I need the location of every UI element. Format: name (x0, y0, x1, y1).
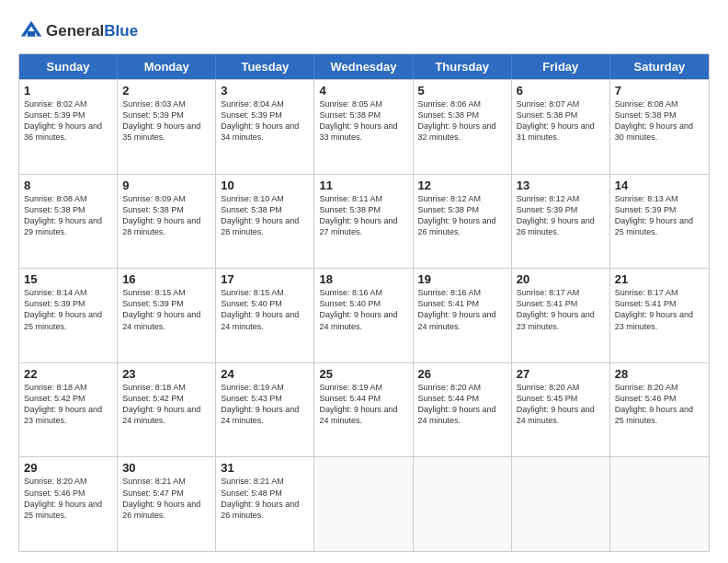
day-number: 11 (319, 178, 407, 192)
cell-info: Sunrise: 8:05 AMSunset: 5:38 PMDaylight:… (319, 99, 397, 142)
cell-info: Sunrise: 8:14 AMSunset: 5:39 PMDaylight:… (24, 288, 102, 330)
cell-info: Sunrise: 8:16 AMSunset: 5:41 PMDaylight:… (418, 288, 496, 330)
calendar-week: 15Sunrise: 8:14 AMSunset: 5:39 PMDayligh… (19, 268, 709, 362)
cell-info: Sunrise: 8:15 AMSunset: 5:39 PMDaylight:… (122, 288, 200, 330)
calendar-cell (512, 457, 610, 551)
day-number: 28 (615, 367, 704, 381)
logo-text: GeneralBlue (46, 22, 138, 40)
calendar-cell (314, 457, 413, 551)
calendar-cell: 28Sunrise: 8:20 AMSunset: 5:46 PMDayligh… (610, 363, 709, 457)
day-number: 4 (319, 84, 407, 98)
calendar-cell: 12Sunrise: 8:12 AMSunset: 5:38 PMDayligh… (414, 175, 512, 269)
calendar-cell: 24Sunrise: 8:19 AMSunset: 5:43 PMDayligh… (216, 363, 314, 457)
cell-info: Sunrise: 8:12 AMSunset: 5:38 PMDaylight:… (418, 194, 496, 236)
cell-info: Sunrise: 8:16 AMSunset: 5:40 PMDaylight:… (319, 288, 397, 330)
weekday-header: Tuesday (216, 54, 314, 79)
cell-info: Sunrise: 8:21 AMSunset: 5:48 PMDaylight:… (221, 477, 299, 519)
calendar-cell: 8Sunrise: 8:08 AMSunset: 5:38 PMDaylight… (19, 175, 118, 269)
calendar-cell: 25Sunrise: 8:19 AMSunset: 5:44 PMDayligh… (314, 363, 413, 457)
day-number: 30 (122, 461, 210, 475)
calendar-cell: 17Sunrise: 8:15 AMSunset: 5:40 PMDayligh… (216, 269, 314, 362)
day-number: 19 (418, 272, 506, 286)
cell-info: Sunrise: 8:07 AMSunset: 5:38 PMDaylight:… (517, 99, 595, 142)
cell-info: Sunrise: 8:19 AMSunset: 5:43 PMDaylight:… (221, 383, 299, 425)
calendar-cell: 6Sunrise: 8:07 AMSunset: 5:38 PMDaylight… (512, 80, 610, 174)
day-number: 8 (24, 178, 112, 192)
day-number: 3 (221, 84, 309, 98)
calendar-cell: 16Sunrise: 8:15 AMSunset: 5:39 PMDayligh… (118, 269, 216, 362)
calendar-week: 1Sunrise: 8:02 AMSunset: 5:39 PMDaylight… (19, 79, 709, 174)
cell-info: Sunrise: 8:17 AMSunset: 5:41 PMDaylight:… (517, 288, 595, 330)
cell-info: Sunrise: 8:21 AMSunset: 5:47 PMDaylight:… (122, 477, 200, 519)
calendar-cell: 18Sunrise: 8:16 AMSunset: 5:40 PMDayligh… (314, 269, 413, 362)
calendar-cell: 7Sunrise: 8:08 AMSunset: 5:38 PMDaylight… (610, 80, 709, 174)
day-number: 23 (122, 367, 210, 381)
calendar-cell: 21Sunrise: 8:17 AMSunset: 5:41 PMDayligh… (610, 269, 709, 362)
weekday-header: Friday (512, 54, 610, 79)
calendar-cell: 2Sunrise: 8:03 AMSunset: 5:39 PMDaylight… (118, 80, 216, 174)
calendar-cell: 27Sunrise: 8:20 AMSunset: 5:45 PMDayligh… (512, 363, 610, 457)
cell-info: Sunrise: 8:18 AMSunset: 5:42 PMDaylight:… (24, 383, 102, 425)
day-number: 20 (517, 272, 605, 286)
day-number: 1 (24, 84, 112, 98)
calendar-cell: 9Sunrise: 8:09 AMSunset: 5:38 PMDaylight… (118, 175, 216, 269)
calendar-cell: 29Sunrise: 8:20 AMSunset: 5:46 PMDayligh… (19, 457, 118, 551)
day-number: 21 (615, 272, 704, 286)
logo: GeneralBlue (18, 18, 138, 44)
weekday-header: Sunday (19, 54, 118, 79)
calendar-cell: 19Sunrise: 8:16 AMSunset: 5:41 PMDayligh… (414, 269, 512, 362)
cell-info: Sunrise: 8:18 AMSunset: 5:42 PMDaylight:… (122, 383, 200, 425)
calendar-cell: 11Sunrise: 8:11 AMSunset: 5:38 PMDayligh… (314, 175, 413, 269)
calendar-cell: 3Sunrise: 8:04 AMSunset: 5:39 PMDaylight… (216, 80, 314, 174)
calendar: SundayMondayTuesdayWednesdayThursdayFrid… (18, 53, 710, 552)
cell-info: Sunrise: 8:17 AMSunset: 5:41 PMDaylight:… (615, 288, 693, 330)
cell-info: Sunrise: 8:20 AMSunset: 5:44 PMDaylight:… (418, 383, 496, 425)
cell-info: Sunrise: 8:03 AMSunset: 5:39 PMDaylight:… (122, 99, 200, 142)
cell-info: Sunrise: 8:04 AMSunset: 5:39 PMDaylight:… (221, 99, 299, 142)
cell-info: Sunrise: 8:19 AMSunset: 5:44 PMDaylight:… (319, 383, 397, 425)
calendar-cell: 4Sunrise: 8:05 AMSunset: 5:38 PMDaylight… (314, 80, 413, 174)
day-number: 18 (319, 272, 407, 286)
calendar-cell: 13Sunrise: 8:12 AMSunset: 5:39 PMDayligh… (512, 175, 610, 269)
cell-info: Sunrise: 8:15 AMSunset: 5:40 PMDaylight:… (221, 288, 299, 330)
cell-info: Sunrise: 8:20 AMSunset: 5:46 PMDaylight:… (615, 383, 693, 425)
calendar-cell: 20Sunrise: 8:17 AMSunset: 5:41 PMDayligh… (512, 269, 610, 362)
page: GeneralBlue SundayMondayTuesdayWednesday… (0, 0, 728, 563)
calendar-header: SundayMondayTuesdayWednesdayThursdayFrid… (19, 54, 709, 79)
calendar-week: 29Sunrise: 8:20 AMSunset: 5:46 PMDayligh… (19, 456, 709, 551)
calendar-cell: 30Sunrise: 8:21 AMSunset: 5:47 PMDayligh… (118, 457, 216, 551)
day-number: 12 (418, 178, 506, 192)
calendar-cell: 31Sunrise: 8:21 AMSunset: 5:48 PMDayligh… (216, 457, 314, 551)
calendar-cell (610, 457, 709, 551)
calendar-cell: 26Sunrise: 8:20 AMSunset: 5:44 PMDayligh… (414, 363, 512, 457)
cell-info: Sunrise: 8:10 AMSunset: 5:38 PMDaylight:… (221, 194, 299, 236)
cell-info: Sunrise: 8:08 AMSunset: 5:38 PMDaylight:… (24, 194, 102, 236)
day-number: 29 (24, 461, 112, 475)
logo-icon (18, 18, 44, 44)
day-number: 26 (418, 367, 506, 381)
day-number: 10 (221, 178, 309, 192)
cell-info: Sunrise: 8:06 AMSunset: 5:38 PMDaylight:… (418, 99, 496, 142)
calendar-cell: 23Sunrise: 8:18 AMSunset: 5:42 PMDayligh… (118, 363, 216, 457)
day-number: 17 (221, 272, 309, 286)
day-number: 22 (24, 367, 112, 381)
header: GeneralBlue (18, 15, 710, 44)
calendar-body: 1Sunrise: 8:02 AMSunset: 5:39 PMDaylight… (19, 79, 709, 551)
cell-info: Sunrise: 8:02 AMSunset: 5:39 PMDaylight:… (24, 99, 102, 142)
day-number: 15 (24, 272, 112, 286)
calendar-cell: 5Sunrise: 8:06 AMSunset: 5:38 PMDaylight… (414, 80, 512, 174)
calendar-cell: 1Sunrise: 8:02 AMSunset: 5:39 PMDaylight… (19, 80, 118, 174)
weekday-header: Wednesday (314, 54, 413, 79)
day-number: 14 (615, 178, 704, 192)
calendar-week: 8Sunrise: 8:08 AMSunset: 5:38 PMDaylight… (19, 174, 709, 269)
day-number: 13 (517, 178, 605, 192)
weekday-header: Monday (118, 54, 216, 79)
cell-info: Sunrise: 8:11 AMSunset: 5:38 PMDaylight:… (319, 194, 397, 236)
day-number: 7 (615, 84, 704, 98)
cell-info: Sunrise: 8:08 AMSunset: 5:38 PMDaylight:… (615, 99, 693, 142)
cell-info: Sunrise: 8:20 AMSunset: 5:46 PMDaylight:… (24, 477, 102, 519)
calendar-week: 22Sunrise: 8:18 AMSunset: 5:42 PMDayligh… (19, 362, 709, 457)
cell-info: Sunrise: 8:20 AMSunset: 5:45 PMDaylight:… (517, 383, 595, 425)
day-number: 16 (122, 272, 210, 286)
cell-info: Sunrise: 8:09 AMSunset: 5:38 PMDaylight:… (122, 194, 200, 236)
